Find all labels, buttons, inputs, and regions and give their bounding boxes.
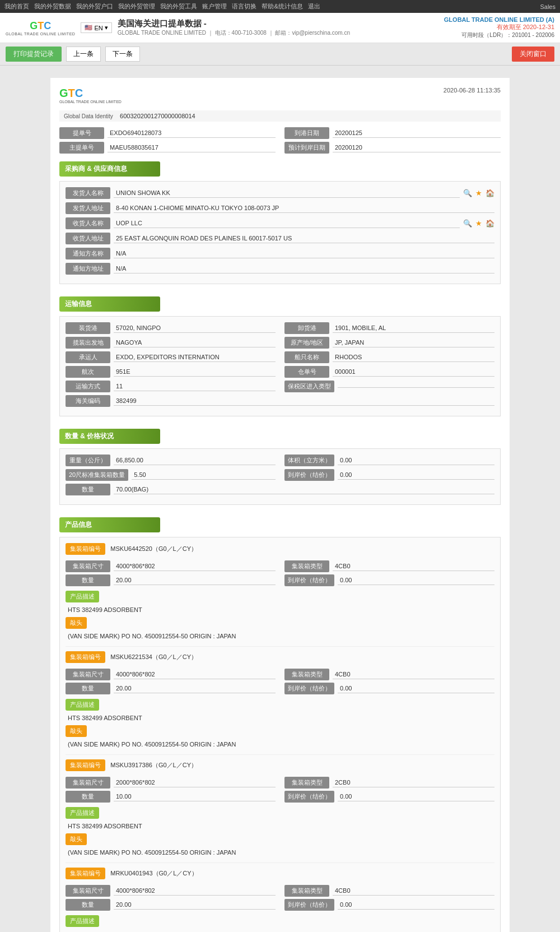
containers20-label: 20尺标准集装箱数量 <box>66 469 128 481</box>
nav-account[interactable]: 我的外贸户口 <box>76 3 113 10</box>
logistics-header: 运输信息 <box>59 296 160 312</box>
receiver-address-label: 收货人地址 <box>66 233 110 244</box>
weight-price-box: 重量（公斤） 66,850.00 体积（立方米） 0.00 20尺标准集装箱数量… <box>59 448 501 505</box>
logo-t: T <box>38 20 44 31</box>
nav-tools[interactable]: 我的外贸工具 <box>160 3 197 10</box>
sender-receiver-box: 发货人名称 UNION SHOWA KK 🔍 ★ 🏠 发货人地址 8-40 KO… <box>59 181 501 284</box>
nav-help[interactable]: 帮助&统计信息 <box>262 3 302 10</box>
product-price-value-0: 0.00 <box>338 576 494 585</box>
arrival-date-group: 到港日期 20200125 <box>284 127 501 139</box>
voyage-group: 航次 951E <box>66 366 276 378</box>
container-type-group-3: 集装箱类型 4CB0 <box>284 885 494 897</box>
estimated-date-value: 20200120 <box>333 143 501 152</box>
product-desc-label-3: 产品描述 <box>66 915 99 927</box>
language-flag-button[interactable]: 🇺🇸 EN ▾ <box>81 22 111 33</box>
notify-name-row: 通知方名称 N/A <box>66 248 494 259</box>
product-qty-value-2: 10.00 <box>114 792 276 801</box>
customs-num-value: 382499 <box>114 396 494 406</box>
header-right: GLOBAL TRADE ONLINE LIMITED (A) 有效期至 202… <box>444 16 554 39</box>
product-qty-value-3: 20.00 <box>114 900 276 910</box>
container-no-value-1: MSKU6221534（G0／L／CY） <box>110 653 197 660</box>
arrival-date-value: 20200125 <box>333 128 501 138</box>
nav-home[interactable]: 我的首页 <box>4 3 29 10</box>
print-button[interactable]: 打印提货记录 <box>6 47 62 62</box>
product-price-label-0: 到岸价（结价） <box>284 574 334 586</box>
product-qty-label-3: 数量 <box>66 899 110 911</box>
origin-country-value: JP, JAPAN <box>333 338 494 347</box>
container-type-group-1: 集装箱类型 4CB0 <box>284 669 494 680</box>
sender-receiver-header: 采购商 & 供应商信息 <box>59 161 160 177</box>
origin-country-group: 原产地/地区 JP, JAPAN <box>284 337 494 349</box>
page-title: 美国海关进口提单数据 - GLOBAL TRADE ONLINE LIMITED… <box>118 18 350 37</box>
container-type-label-1: 集装箱类型 <box>284 669 329 680</box>
product-price-label-3: 到岸价（结价） <box>284 899 334 911</box>
transport-mode-label: 运输方式 <box>66 381 110 392</box>
volume-value: 0.00 <box>338 456 494 465</box>
load-port-label: 装货港 <box>66 322 110 334</box>
weight-value: 66,850.00 <box>114 456 276 465</box>
discharge-port-label: 卸货港 <box>284 322 329 334</box>
product-price-value-2: 0.00 <box>338 792 494 801</box>
product-desc-label-0: 产品描述 <box>66 591 99 602</box>
home-icon[interactable]: 🏠 <box>486 189 494 197</box>
customs-num-label: 海关编码 <box>66 395 110 407</box>
global-data-identity-value: 6003202001270000008014 <box>120 113 195 119</box>
unit-price-value: 0.00 <box>338 470 494 480</box>
quantity-value: 70.00(BAG) <box>114 485 494 494</box>
containers20-value: 5.50 <box>132 470 276 480</box>
product-qty-label-0: 数量 <box>66 574 110 586</box>
doc-logo: GTC GLOBAL TRADE ONLINE LIMITED <box>59 87 122 104</box>
container-no-badge-2: 集装箱编号 <box>66 759 105 771</box>
header-left: GTC GLOBAL TRADE ONLINE LIMITED 🇺🇸 EN ▾ … <box>6 18 350 37</box>
origin-place-label: 揽装出发地 <box>66 337 110 349</box>
container-size-group-3: 集装箱尺寸 4000*806*802 <box>66 885 276 897</box>
container-size-label-1: 集装箱尺寸 <box>66 669 110 680</box>
product-qty-label-2: 数量 <box>66 791 110 803</box>
product-qty-value-0: 20.00 <box>114 576 276 585</box>
container-size-group-2: 集装箱尺寸 2000*806*802 <box>66 777 276 789</box>
product-qty-label-1: 数量 <box>66 683 110 694</box>
container-type-label-2: 集装箱类型 <box>284 777 329 789</box>
contact-info: GLOBAL TRADE ONLINE LIMITED ｜ 电话：400-710… <box>118 29 350 37</box>
voyage-label: 航次 <box>66 366 110 378</box>
marks-text-1: (VAN SIDE MARK) PO NO. 4500912554-50 ORI… <box>68 741 494 748</box>
sender-address-label: 发货人地址 <box>66 202 110 214</box>
nav-language[interactable]: 语言切换 <box>232 3 256 10</box>
flag-label: EN <box>94 25 102 31</box>
flag-icon: 🇺🇸 <box>85 24 92 31</box>
close-button[interactable]: 关闭窗口 <box>512 47 554 62</box>
container-size-label-2: 集装箱尺寸 <box>66 777 110 789</box>
vessel-name-group: 船只名称 RHODOS <box>284 351 494 363</box>
product-qty-group-2: 数量 10.00 <box>66 791 276 803</box>
product-price-label-2: 到岸价（结价） <box>284 791 334 803</box>
nav-user-mgmt[interactable]: 账户管理 <box>202 3 227 10</box>
search-icon-2[interactable]: 🔍 <box>463 219 472 228</box>
star-icon[interactable]: ★ <box>475 189 482 197</box>
notify-address-value: N/A <box>114 264 494 273</box>
product-item-3: 集装箱编号 MRKU0401943（G0／L／CY） 集装箱尺寸 4000*80… <box>66 868 494 932</box>
customs-zone-value <box>338 385 494 388</box>
home-icon-2[interactable]: 🏠 <box>486 219 494 228</box>
unit-price-group: 到岸价（结价） 0.00 <box>284 469 494 481</box>
product-item-2: 集装箱编号 MSKU3917386（G0／L／CY） 集装箱尺寸 2000*80… <box>66 759 494 856</box>
volume-group: 体积（立方米） 0.00 <box>284 455 494 466</box>
next-button[interactable]: 下一条 <box>105 47 140 62</box>
container-size-label-3: 集装箱尺寸 <box>66 885 110 897</box>
container-size-value-1: 4000*806*802 <box>114 670 276 679</box>
prev-button[interactable]: 上一条 <box>66 47 101 62</box>
marks-label-1: 敲头 <box>66 725 87 737</box>
top-nav: 我的首页 我的外贸数据 我的外贸户口 我的外贸管理 我的外贸工具 账户管理 语言… <box>0 0 560 13</box>
container-no-badge-1: 集装箱编号 <box>66 651 105 663</box>
nav-links[interactable]: 我的首页 我的外贸数据 我的外贸户口 我的外贸管理 我的外贸工具 账户管理 语言… <box>4 2 324 11</box>
customs-num-row: 海关编码 382499 <box>66 395 494 407</box>
receiver-name-label: 收货人名称 <box>66 217 110 229</box>
star-icon-2[interactable]: ★ <box>475 219 482 228</box>
nav-export-data[interactable]: 我的外贸数据 <box>34 3 71 10</box>
estimated-date-label: 预计到岸日期 <box>284 142 329 154</box>
nav-logout[interactable]: 退出 <box>308 3 320 10</box>
search-icon[interactable]: 🔍 <box>463 189 472 197</box>
customs-zone-group: 保税区进入类型 <box>284 381 494 392</box>
marks-label-0: 敲头 <box>66 617 87 629</box>
dropdown-icon: ▾ <box>105 24 108 31</box>
nav-management[interactable]: 我的外贸管理 <box>118 3 155 10</box>
